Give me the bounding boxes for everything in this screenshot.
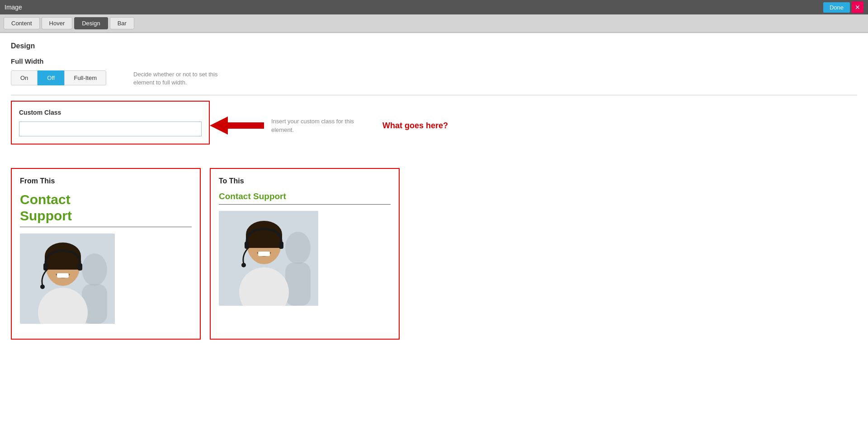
svg-marker-0 bbox=[210, 117, 264, 135]
toggle-on[interactable]: On bbox=[11, 70, 38, 85]
toggle-full-item[interactable]: Full-Item bbox=[64, 70, 106, 85]
full-width-title: Full Width bbox=[11, 57, 857, 65]
from-person-svg bbox=[20, 233, 115, 324]
svg-point-21 bbox=[241, 263, 246, 267]
section-title: Design bbox=[11, 42, 857, 50]
tab-bar: Content Hover Design Bar bbox=[0, 14, 868, 33]
svg-rect-6 bbox=[45, 256, 81, 270]
custom-class-hint: Insert your custom class for this elemen… bbox=[271, 117, 362, 135]
preview-from-contact-title: ContactSupport bbox=[20, 191, 192, 224]
full-width-hint: Decide whether or not to set this elemen… bbox=[133, 70, 233, 87]
title-bar: Image Done ✕ bbox=[0, 0, 868, 14]
preview-from-title: From This bbox=[20, 177, 192, 185]
what-goes-here-label: What goes here? bbox=[382, 121, 448, 131]
tab-hover[interactable]: Hover bbox=[42, 17, 73, 29]
tab-bar[interactable]: Bar bbox=[110, 17, 134, 29]
custom-class-label: Custom Class bbox=[19, 109, 202, 116]
preview-from-image bbox=[20, 233, 115, 324]
main-content: Design Full Width On Off Full-Item Decid… bbox=[0, 33, 868, 434]
svg-rect-17 bbox=[246, 234, 282, 248]
svg-rect-22 bbox=[258, 252, 270, 256]
svg-rect-14 bbox=[285, 262, 311, 306]
title-bar-actions: Done ✕ bbox=[823, 1, 863, 13]
preview-to-divider bbox=[219, 204, 391, 205]
preview-from-box: From This ContactSupport bbox=[11, 168, 201, 340]
custom-class-input[interactable] bbox=[19, 121, 202, 136]
full-width-row: On Off Full-Item Decide whether or not t… bbox=[11, 70, 857, 87]
svg-point-10 bbox=[40, 285, 45, 289]
window-title: Image bbox=[5, 4, 22, 11]
divider bbox=[11, 95, 857, 95]
svg-rect-20 bbox=[279, 242, 283, 249]
preview-to-title: To This bbox=[219, 177, 391, 185]
svg-rect-9 bbox=[78, 263, 82, 271]
preview-row: From This ContactSupport bbox=[11, 168, 857, 340]
done-button[interactable]: Done bbox=[823, 2, 850, 13]
toggle-off[interactable]: Off bbox=[38, 70, 64, 85]
svg-point-13 bbox=[285, 232, 311, 264]
preview-to-contact-title: Contact Support bbox=[219, 191, 391, 201]
svg-rect-11 bbox=[57, 273, 69, 278]
custom-class-row: Custom Class Insert your custom class fo… bbox=[11, 101, 857, 155]
full-width-section: Full Width On Off Full-Item Decide wheth… bbox=[11, 57, 857, 87]
svg-point-2 bbox=[82, 253, 107, 286]
close-button[interactable]: ✕ bbox=[852, 1, 863, 13]
preview-to-box: To This Contact Support bbox=[210, 168, 400, 340]
full-width-toggle-group: On Off Full-Item bbox=[11, 70, 106, 85]
to-person-svg bbox=[219, 211, 318, 306]
tab-design[interactable]: Design bbox=[74, 17, 108, 29]
arrow-area: Insert your custom class for this elemen… bbox=[210, 114, 448, 137]
arrow-icon bbox=[210, 114, 264, 137]
custom-class-section: Custom Class bbox=[11, 101, 210, 145]
preview-to-image bbox=[219, 211, 318, 306]
tab-content[interactable]: Content bbox=[4, 17, 40, 29]
preview-from-divider bbox=[20, 227, 192, 227]
